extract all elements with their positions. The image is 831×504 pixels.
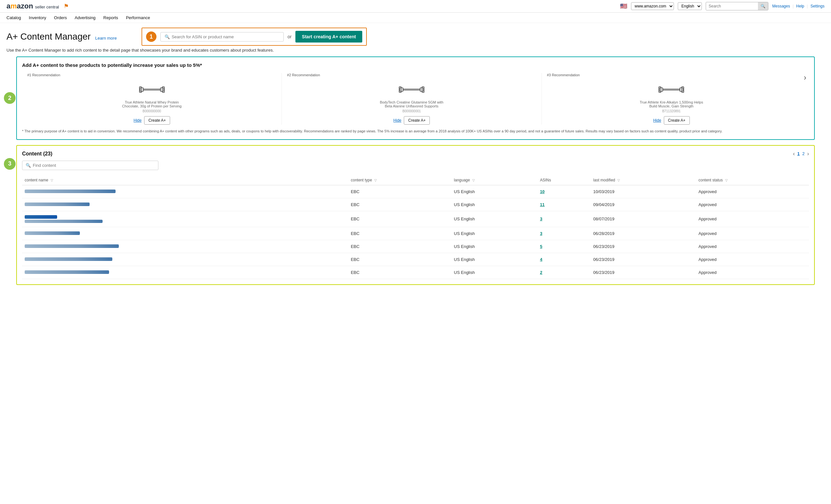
rec-rank-2: #2 Recommendation <box>287 73 320 77</box>
svg-rect-4 <box>143 89 160 90</box>
nav-catalog[interactable]: Catalog <box>6 15 21 20</box>
asin-search-input[interactable] <box>172 34 280 39</box>
help-link[interactable]: Help <box>796 4 804 8</box>
page-description: Use the A+ Content Manager to add rich c… <box>0 48 831 57</box>
language-cell: US English <box>451 198 537 211</box>
content-name-cell[interactable] <box>22 198 348 211</box>
start-creating-button[interactable]: Start creating A+ content <box>295 31 362 42</box>
rec-rank-1: #1 Recommendation <box>27 73 60 77</box>
nav-inventory[interactable]: Inventory <box>29 15 46 20</box>
top-links: Messages | Help | Settings <box>772 4 825 8</box>
content-type-cell: EBC <box>348 198 452 211</box>
rec-actions-2: Hide Create A+ <box>394 116 430 125</box>
asin-search-box[interactable]: 🔍 <box>160 32 284 41</box>
page-header-row: A+ Content Manager Learn more 1 🔍 or Sta… <box>0 23 831 48</box>
language-select[interactable]: English <box>678 2 702 10</box>
hide-btn-1[interactable]: Hide <box>134 118 142 123</box>
main-nav: Catalog Inventory Orders Advertising Rep… <box>0 13 831 23</box>
modified-cell: 06/23/2019 <box>591 266 696 279</box>
create-aplus-btn-1[interactable]: Create A+ <box>144 116 170 125</box>
content-name-cell[interactable] <box>22 227 348 240</box>
prev-page-btn[interactable]: ‹ <box>793 151 795 157</box>
status-cell: Approved <box>696 227 809 240</box>
table-row: EBC US English 3 06/28/2019 Approved <box>22 227 809 240</box>
language-cell: US English <box>451 266 537 279</box>
content-name-cell[interactable] <box>22 240 348 253</box>
status-cell: Approved <box>696 198 809 211</box>
recommendation-item-1: #1 Recommendation True Athlete Natural W… <box>22 73 281 125</box>
create-aplus-btn-2[interactable]: Create A+ <box>404 116 430 125</box>
asins-cell[interactable]: 2 <box>537 266 591 279</box>
table-header-row: content name ▽ content type ▽ language ▽… <box>22 175 809 185</box>
table-row: EBC US English 2 06/23/2019 Approved <box>22 266 809 279</box>
nav-reports[interactable]: Reports <box>103 15 118 20</box>
content-type-cell: EBC <box>348 253 452 266</box>
asins-cell[interactable]: 10 <box>537 185 591 198</box>
modified-cell: 10/03/2019 <box>591 185 696 198</box>
url-select[interactable]: www.amazon.com <box>631 2 674 10</box>
find-content-input[interactable] <box>33 163 155 168</box>
col-content-type[interactable]: content type ▽ <box>348 175 452 185</box>
content-header: Content (23) ‹ 1 2 › <box>22 151 809 157</box>
asins-cell[interactable]: 5 <box>537 240 591 253</box>
next-page-btn[interactable]: › <box>807 151 809 157</box>
status-cell: Approved <box>696 266 809 279</box>
col-language[interactable]: language ▽ <box>451 175 537 185</box>
hide-btn-3[interactable]: Hide <box>653 118 661 123</box>
nav-performance[interactable]: Performance <box>126 15 150 20</box>
dumbbell-icon-3 <box>658 82 684 98</box>
learn-more-link[interactable]: Learn more <box>95 36 117 40</box>
content-name-cell[interactable] <box>22 185 348 198</box>
col-content-status[interactable]: content status ▽ <box>696 175 809 185</box>
col-content-name[interactable]: content name ▽ <box>22 175 348 185</box>
rec-id-2: B000000001 <box>403 109 421 113</box>
content-box: Content (23) ‹ 1 2 › 🔍 content name ▽ <box>16 145 815 285</box>
step2-badge: 2 <box>4 92 16 104</box>
language-cell: US English <box>451 227 537 240</box>
table-row: EBC US English 11 09/04/2019 Approved <box>22 198 809 211</box>
sort-icon-status: ▽ <box>725 178 728 182</box>
svg-rect-9 <box>403 89 420 90</box>
page-2[interactable]: 2 <box>802 151 804 156</box>
sort-icon-lang: ▽ <box>472 178 475 182</box>
asins-cell[interactable]: 3 <box>537 227 591 240</box>
modified-cell: 09/04/2019 <box>591 198 696 211</box>
table-row: EBC US English 10 10/03/2019 Approved <box>22 185 809 198</box>
recommendations-title: Add A+ content to these products to pote… <box>22 62 809 68</box>
create-aplus-btn-3[interactable]: Create A+ <box>664 116 690 125</box>
flag-icon: 🇺🇸 <box>620 3 627 10</box>
asins-cell[interactable]: 4 <box>537 253 591 266</box>
page-title-group: A+ Content Manager Learn more <box>6 31 117 42</box>
col-asins[interactable]: ASINs <box>537 175 591 185</box>
rec-rank-3: #3 Recommendation <box>547 73 580 77</box>
messages-link[interactable]: Messages <box>772 4 790 8</box>
content-name-cell[interactable] <box>22 211 348 227</box>
rec-name-2: BodyTech Creatine Glutamine 5GM with Bet… <box>379 100 444 108</box>
rec-actions-3: Hide Create A+ <box>653 116 689 125</box>
content-type-cell: EBC <box>348 227 452 240</box>
page-1[interactable]: 1 <box>797 151 800 156</box>
find-content-search: 🔍 <box>22 161 159 170</box>
recommendation-item-2: #2 Recommendation BodyTech Creatine Glut… <box>281 73 541 125</box>
language-cell: US English <box>451 253 537 266</box>
logo-area: amazon seller central ⚑ <box>6 2 69 10</box>
next-arrow[interactable]: › <box>801 73 809 82</box>
settings-link[interactable]: Settings <box>810 4 825 8</box>
nav-advertising[interactable]: Advertising <box>75 15 95 20</box>
search-area: 1 🔍 or Start creating A+ content <box>142 28 367 46</box>
language-cell: US English <box>451 185 537 198</box>
search-input[interactable] <box>706 3 758 10</box>
col-last-modified[interactable]: last modified ▽ <box>591 175 696 185</box>
recommendations-items: #1 Recommendation True Athlete Natural W… <box>22 73 809 125</box>
rec-id-3: B711320891 <box>662 109 681 113</box>
content-name-cell[interactable] <box>22 266 348 279</box>
hide-btn-2[interactable]: Hide <box>394 118 402 123</box>
content-name-cell[interactable] <box>22 253 348 266</box>
nav-orders[interactable]: Orders <box>54 15 67 20</box>
search-button[interactable]: 🔍 <box>758 2 768 10</box>
rec-id-1: B000000000 <box>143 109 161 113</box>
page-title: A+ Content Manager <box>6 31 91 42</box>
asins-cell[interactable]: 11 <box>537 198 591 211</box>
asins-cell[interactable]: 3 <box>537 211 591 227</box>
top-nav: amazon seller central ⚑ 🇺🇸 www.amazon.co… <box>0 0 831 13</box>
